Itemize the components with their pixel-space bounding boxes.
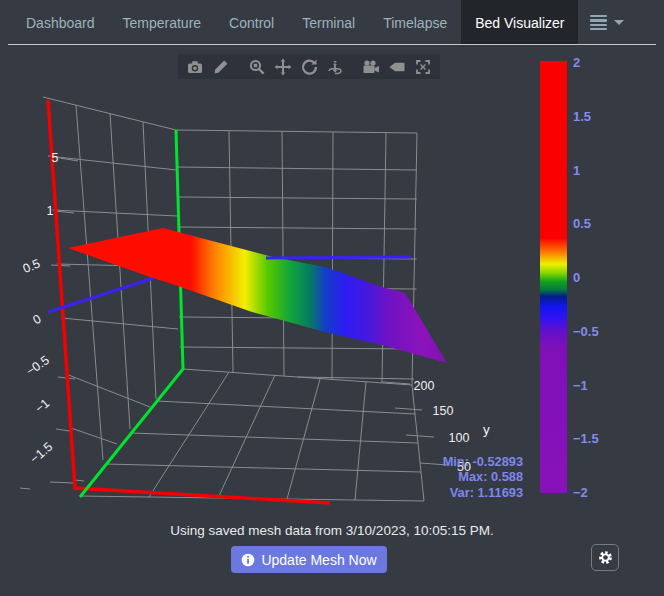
mesh-stats-annotation: Min: -0.52893 Max: 0.588 Var: 1.11693 (443, 454, 523, 500)
colorbar-tick: −1 (573, 378, 588, 393)
y-tick: 150 (433, 404, 454, 418)
z-tick: −1 (32, 396, 52, 416)
z-axis-line-blue-right (266, 257, 411, 258)
tab-label: Temperature (123, 15, 202, 31)
colorbar-tick: −1.5 (573, 431, 599, 446)
y-tick: 100 (449, 431, 470, 445)
tab-label: Bed Visualizer (475, 15, 564, 31)
stat-min: Min: -0.52893 (443, 454, 523, 469)
z-tick: 0.5 (21, 257, 42, 277)
tab-temperature[interactable]: Temperature (109, 0, 216, 45)
z-tick: −0.5 (24, 353, 52, 379)
tab-timelapse[interactable]: Timelapse (369, 0, 461, 45)
tab-bed-visualizer[interactable]: Bed Visualizer (461, 0, 578, 45)
bed-mesh-3d-plot[interactable]: 5 1 0.5 0 −0.5 −1 −1.5 200 150 100 50 y … (0, 45, 535, 515)
tab-label: Dashboard (26, 15, 95, 31)
colorbar-tick: 0.5 (573, 216, 591, 231)
z-tick: 0 (30, 312, 43, 328)
y-axis-line-green (80, 130, 183, 497)
colorbar-tick: 0 (573, 270, 580, 285)
mesh-status-text: Using saved mesh data from 3/10/2023, 10… (0, 523, 664, 538)
gear-icon (598, 550, 613, 565)
colorbar-gradient (540, 61, 567, 493)
tab-dashboard[interactable]: Dashboard (12, 0, 109, 45)
y-tick: 200 (414, 379, 435, 393)
tab-label: Control (229, 15, 274, 31)
hamburger-icon (590, 15, 607, 31)
colorbar-tick: −2 (573, 485, 588, 500)
plugin-settings-button[interactable] (591, 544, 619, 571)
tab-control[interactable]: Control (215, 0, 288, 45)
main-navbar: Dashboard Temperature Control Terminal T… (0, 0, 664, 45)
z-tick: 1 (47, 204, 54, 218)
colorbar-tick: 2 (573, 55, 580, 70)
colorbar-tick: −0.5 (573, 324, 599, 339)
z-tick: −1.5 (27, 440, 55, 467)
update-mesh-button[interactable]: Update Mesh Now (231, 546, 387, 573)
system-menu-toggle[interactable] (578, 0, 636, 45)
tab-terminal[interactable]: Terminal (288, 0, 369, 45)
y-axis-title: y (483, 422, 490, 437)
colorbar-tick: 1.5 (573, 109, 591, 124)
update-mesh-button-label: Update Mesh Now (261, 552, 376, 568)
stat-var: Var: 1.11693 (450, 485, 523, 500)
z-axis-tick-labels: 5 1 0.5 0 −0.5 −1 −1.5 (21, 151, 59, 466)
z-axis-line-blue-left (48, 276, 160, 312)
octoprint-app: Dashboard Temperature Control Terminal T… (0, 0, 664, 596)
z-tick: 5 (52, 151, 59, 165)
tab-label: Timelapse (383, 15, 447, 31)
stat-max: Max: 0.588 (458, 469, 523, 484)
info-circle-icon (241, 553, 255, 567)
colorbar-tick: 1 (573, 163, 580, 178)
caret-down-icon (614, 20, 624, 25)
tab-label: Terminal (302, 15, 355, 31)
